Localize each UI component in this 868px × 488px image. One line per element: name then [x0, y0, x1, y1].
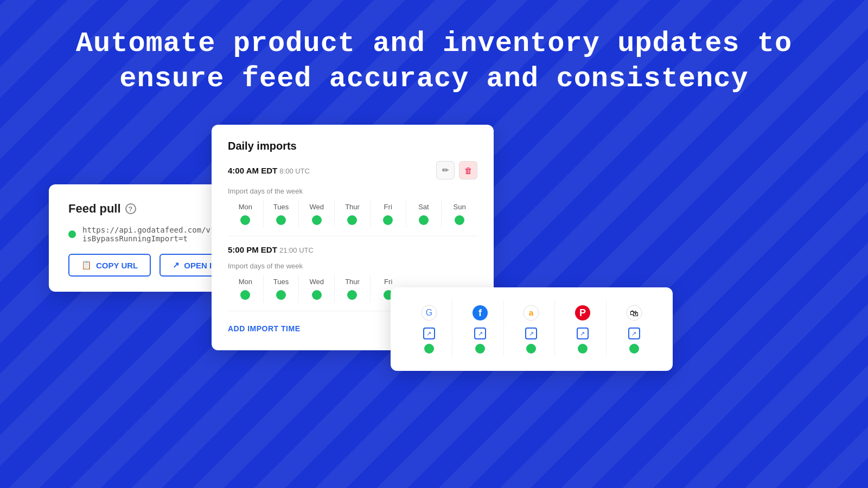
schedule-2-days-label: Import days of the week: [228, 262, 477, 270]
svg-text:P: P: [579, 307, 586, 318]
schedule-1-days-label: Import days of the week: [228, 187, 477, 195]
schedule-1-edit-button[interactable]: ✏: [436, 161, 455, 179]
day-dot-sun[interactable]: [455, 215, 464, 225]
platform-google: G ↗: [406, 300, 452, 356]
platform-pinterest: P ↗: [559, 300, 606, 356]
page-content: Automate product and inventory updates t…: [0, 0, 868, 488]
pinterest-external-link[interactable]: ↗: [577, 328, 589, 339]
day-name-fri: Fri: [384, 203, 392, 211]
hero-section: Automate product and inventory updates t…: [0, 0, 868, 118]
facebook-external-link[interactable]: ↗: [474, 328, 486, 339]
day2-tues: Tues: [264, 275, 299, 302]
day-thur: Thur: [335, 201, 371, 227]
day2-name-thur: Thur: [345, 278, 360, 286]
schedule-1-time: 4:00 AM EDT 8:00 UTC: [228, 166, 310, 175]
day-fri: Fri: [371, 201, 406, 227]
day2-name-tues: Tues: [273, 278, 289, 286]
google-active-dot: [424, 344, 434, 354]
schedule-1-days-grid: Mon Tues Wed Thur Fri: [228, 201, 477, 227]
day-name-sun: Sun: [454, 203, 466, 211]
day-name-sat: Sat: [418, 203, 429, 211]
day2-mon: Mon: [228, 275, 264, 302]
pinterest-active-dot: [578, 344, 588, 354]
shopping-external-link[interactable]: ↗: [628, 328, 640, 339]
svg-text:G: G: [425, 308, 432, 317]
schedule-1-edt: 4:00 AM EDT: [228, 166, 277, 175]
cards-area: Feed pull ? https://api.godatafeed.com/v…: [0, 125, 868, 488]
schedule-1-delete-button[interactable]: 🗑: [459, 161, 477, 179]
schedule-1-actions: ✏ 🗑: [436, 161, 477, 179]
svg-text:a: a: [529, 308, 534, 317]
day2-dot-mon[interactable]: [240, 290, 250, 300]
hero-line1: Automate product and inventory updates t…: [43, 26, 825, 61]
external-link-icon: ↗: [173, 260, 180, 270]
day-dot-sat[interactable]: [419, 215, 429, 225]
svg-text:🛍: 🛍: [630, 309, 639, 318]
day2-thur: Thur: [335, 275, 371, 302]
platform-facebook: f ↗: [457, 300, 503, 356]
day-name-mon: Mon: [239, 203, 252, 211]
platform-amazon: a ↗: [508, 300, 555, 356]
day2-name-wed: Wed: [310, 278, 324, 286]
day-dot-tues[interactable]: [276, 215, 286, 225]
day2-wed: Wed: [299, 275, 335, 302]
day-sat: Sat: [406, 201, 442, 227]
svg-text:f: f: [478, 307, 482, 318]
help-icon[interactable]: ?: [125, 203, 136, 214]
google-external-link[interactable]: ↗: [423, 328, 435, 339]
platforms-top-grid: G ↗ f ↗: [406, 300, 658, 356]
facebook-icon: f: [470, 303, 490, 323]
schedule-1-time-row: 4:00 AM EDT 8:00 UTC ✏ 🗑: [228, 161, 477, 179]
day-dot-wed[interactable]: [312, 215, 322, 225]
shopping-active-dot: [629, 344, 639, 354]
feed-pull-label: Feed pull: [68, 202, 121, 216]
status-dot: [68, 230, 76, 238]
amazon-external-link[interactable]: ↗: [525, 328, 537, 339]
google-icon: G: [419, 303, 439, 323]
day-dot-thur[interactable]: [347, 215, 357, 225]
section-divider: [228, 236, 477, 236]
copy-url-button[interactable]: 📋 COPY URL: [68, 254, 151, 277]
schedule-2-edt: 5:00 PM EDT: [228, 245, 277, 254]
day-wed: Wed: [299, 201, 335, 227]
day-name-wed: Wed: [310, 203, 324, 211]
day2-dot-thur[interactable]: [347, 290, 357, 300]
amazon-active-dot: [526, 344, 536, 354]
schedule-2-time-row: 5:00 PM EDT 21:00 UTC: [228, 245, 477, 254]
hero-line2: ensure feed accuracy and consistency: [43, 61, 825, 97]
amazon-icon: a: [521, 303, 541, 323]
schedule-1-utc: 8:00 UTC: [279, 167, 310, 175]
day-mon: Mon: [228, 201, 264, 227]
day-sun: Sun: [442, 201, 477, 227]
day2-name-mon: Mon: [239, 278, 252, 286]
day2-dot-wed[interactable]: [312, 290, 322, 300]
schedule-2-time: 5:00 PM EDT 21:00 UTC: [228, 245, 314, 254]
day-dot-fri[interactable]: [383, 215, 393, 225]
daily-imports-title: Daily imports: [228, 140, 477, 152]
day-tues: Tues: [264, 201, 299, 227]
facebook-active-dot: [475, 344, 485, 354]
platform-shopping: 🛍 ↗: [611, 300, 658, 356]
day-name-tues: Tues: [273, 203, 289, 211]
schedule-2-utc: 21:00 UTC: [279, 246, 314, 254]
copy-url-label: COPY URL: [96, 261, 138, 270]
day-name-thur: Thur: [345, 203, 360, 211]
day2-dot-tues[interactable]: [276, 290, 286, 300]
platforms-card: G ↗ f ↗: [391, 287, 673, 371]
shopping-icon: 🛍: [624, 303, 644, 323]
pinterest-icon: P: [572, 303, 593, 323]
add-import-time-button[interactable]: ADD IMPORT TIME: [228, 320, 301, 337]
copy-icon: 📋: [81, 260, 92, 270]
day2-name-fri: Fri: [384, 278, 392, 286]
day-dot-mon[interactable]: [240, 215, 250, 225]
